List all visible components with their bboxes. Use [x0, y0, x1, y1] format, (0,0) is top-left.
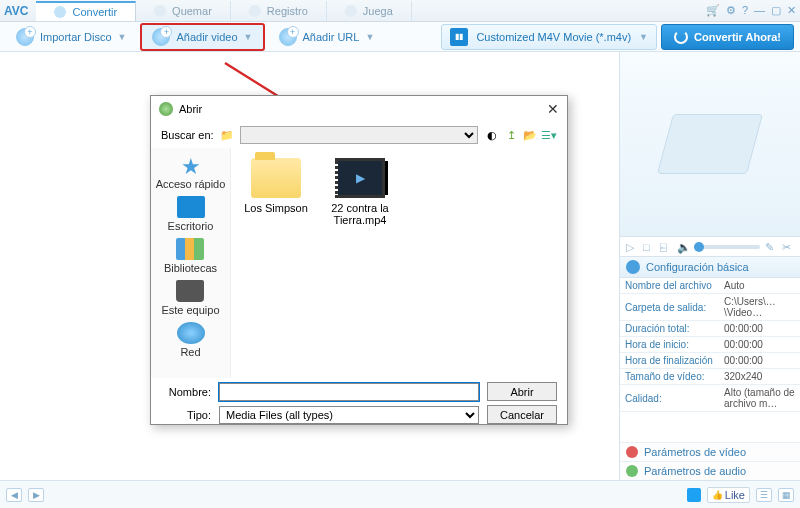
- tab-convertir[interactable]: Convertir: [36, 1, 136, 21]
- play-icon: [345, 5, 357, 17]
- filename-input[interactable]: [219, 383, 479, 401]
- star-icon: [177, 154, 205, 176]
- burn-icon: [154, 5, 166, 17]
- twitter-icon[interactable]: [687, 488, 701, 502]
- output-profile-select[interactable]: ▮▮Customized M4V Movie (*.m4v)▼: [441, 24, 657, 50]
- snapshot-icon[interactable]: ⍇: [660, 241, 672, 253]
- play-icon[interactable]: ▷: [626, 241, 638, 253]
- computer-icon: [176, 280, 204, 302]
- cart-icon[interactable]: 🛒: [706, 4, 720, 17]
- config-header: Configuración básica: [620, 257, 800, 278]
- sidebar-item-este-equipo[interactable]: Este equipo: [161, 280, 219, 316]
- btn-label: Importar Disco: [40, 31, 112, 43]
- table-row: Tamaño de vídeo:320x240: [620, 369, 800, 385]
- search-label: Buscar en:: [161, 129, 214, 141]
- info-icon: [626, 260, 640, 274]
- cancel-button[interactable]: Cancelar: [487, 405, 557, 424]
- import-disc-button[interactable]: Importar Disco▼: [6, 25, 136, 49]
- facebook-like-button[interactable]: 👍 Like: [707, 487, 750, 503]
- up-folder-icon[interactable]: ↥: [503, 127, 519, 143]
- right-panel: ▷ □ ⍇ 🔈 ✎ ✂ Configuración básica Nombre …: [620, 52, 800, 480]
- views-icon[interactable]: ☰▾: [541, 127, 557, 143]
- btn-label: Añadir video: [176, 31, 237, 43]
- dialog-close-button[interactable]: ✕: [547, 101, 559, 117]
- scissors-icon[interactable]: ✂: [782, 241, 794, 253]
- add-url-button[interactable]: Añadir URL▼: [269, 25, 385, 49]
- titlebar: AVC Convertir Quemar Registro Juega 🛒 ⚙ …: [0, 0, 800, 22]
- dialog-file-list[interactable]: Los Simpson 22 contra la Tierra.mp4: [231, 148, 567, 378]
- config-table: Nombre del archivoAuto Carpeta de salida…: [620, 278, 800, 412]
- tab-juega[interactable]: Juega: [327, 1, 412, 21]
- filmstrip-icon: [657, 114, 763, 174]
- status-bar: ◀ ▶ 👍 Like ☰ ▦: [0, 480, 800, 508]
- grid-view-button[interactable]: ▦: [778, 488, 794, 502]
- libraries-icon: [176, 238, 204, 260]
- btn-label: Añadir URL: [303, 31, 360, 43]
- tab-label: Quemar: [172, 5, 212, 17]
- maximize-icon[interactable]: ▢: [771, 4, 781, 17]
- list-view-button[interactable]: ☰: [756, 488, 772, 502]
- tab-quemar[interactable]: Quemar: [136, 1, 231, 21]
- stop-icon[interactable]: □: [643, 241, 655, 253]
- sidebar-item-red[interactable]: Red: [177, 322, 205, 358]
- dialog-search-row: Buscar en: 📁 ◐ ↥ 📂 ☰▾: [151, 122, 567, 148]
- file-item-video[interactable]: 22 contra la Tierra.mp4: [325, 158, 395, 226]
- help-icon[interactable]: ?: [742, 4, 748, 17]
- preview-slider[interactable]: [694, 245, 760, 249]
- refresh-icon: [674, 30, 688, 44]
- gear-icon[interactable]: ⚙: [726, 4, 736, 17]
- volume-icon[interactable]: 🔈: [677, 241, 689, 253]
- disc-icon: [16, 28, 34, 46]
- header-text: Configuración básica: [646, 261, 749, 273]
- app-logo: AVC: [4, 4, 28, 18]
- row-label: Parámetros de vídeo: [644, 446, 746, 458]
- chevron-down-icon: ▼: [639, 32, 648, 42]
- video-dot-icon: [626, 446, 638, 458]
- next-page-button[interactable]: ▶: [28, 488, 44, 502]
- network-icon: [177, 322, 205, 344]
- table-row: Nombre del archivoAuto: [620, 278, 800, 294]
- globe-icon: [279, 28, 297, 46]
- table-row: Carpeta de salida:C:\Users\…\Video…: [620, 294, 800, 321]
- chevron-down-icon: ▼: [365, 32, 374, 42]
- dialog-title-text: Abrir: [179, 103, 202, 115]
- film-icon: ▮▮: [450, 28, 468, 46]
- chevron-down-icon: ▼: [118, 32, 127, 42]
- dialog-sidebar: Acceso rápido Escritorio Bibliotecas Est…: [151, 148, 231, 378]
- audio-params-row[interactable]: Parámetros de audio: [620, 461, 800, 480]
- edit-icon[interactable]: ✎: [765, 241, 777, 253]
- folder-icon: [251, 158, 301, 198]
- open-button[interactable]: Abrir: [487, 382, 557, 401]
- sidebar-item-acceso-rapido[interactable]: Acceso rápido: [156, 154, 226, 190]
- open-file-dialog: Abrir ✕ Buscar en: 📁 ◐ ↥ 📂 ☰▾ Acceso ráp…: [150, 95, 568, 425]
- file-item-folder[interactable]: Los Simpson: [241, 158, 311, 214]
- close-icon[interactable]: ✕: [787, 4, 796, 17]
- video-params-row[interactable]: Parámetros de vídeo: [620, 442, 800, 461]
- sidebar-item-escritorio[interactable]: Escritorio: [168, 196, 214, 232]
- new-folder-icon[interactable]: 📂: [522, 127, 538, 143]
- profile-text: Customized M4V Movie (*.m4v): [476, 31, 631, 43]
- register-icon: [249, 5, 261, 17]
- table-row: Hora de finalización00:00:00: [620, 353, 800, 369]
- table-row: Duración total:00:00:00: [620, 321, 800, 337]
- btn-label: Convertir Ahora!: [694, 31, 781, 43]
- back-icon[interactable]: ◐: [484, 127, 500, 143]
- table-row: Hora de inicio:00:00:00: [620, 337, 800, 353]
- preview-controls: ▷ □ ⍇ 🔈 ✎ ✂: [620, 237, 800, 257]
- window-controls: 🛒 ⚙ ? — ▢ ✕: [706, 4, 796, 17]
- folder-location-select[interactable]: [240, 126, 478, 144]
- filetype-select[interactable]: Media Files (all types): [219, 406, 479, 424]
- sidebar-item-bibliotecas[interactable]: Bibliotecas: [164, 238, 217, 274]
- video-icon: [152, 28, 170, 46]
- table-row: Calidad:Alto (tamaño de archivo m…: [620, 385, 800, 412]
- convert-now-button[interactable]: Convertir Ahora!: [661, 24, 794, 50]
- folder-icon: 📁: [220, 129, 234, 142]
- video-thumbnail: [335, 158, 385, 198]
- minimize-icon[interactable]: —: [754, 4, 765, 17]
- dialog-titlebar: Abrir ✕: [151, 96, 567, 122]
- prev-page-button[interactable]: ◀: [6, 488, 22, 502]
- tab-registro[interactable]: Registro: [231, 1, 327, 21]
- chevron-down-icon: ▼: [244, 32, 253, 42]
- main-tabs: Convertir Quemar Registro Juega: [36, 1, 705, 21]
- add-video-button[interactable]: Añadir video▼: [140, 23, 264, 51]
